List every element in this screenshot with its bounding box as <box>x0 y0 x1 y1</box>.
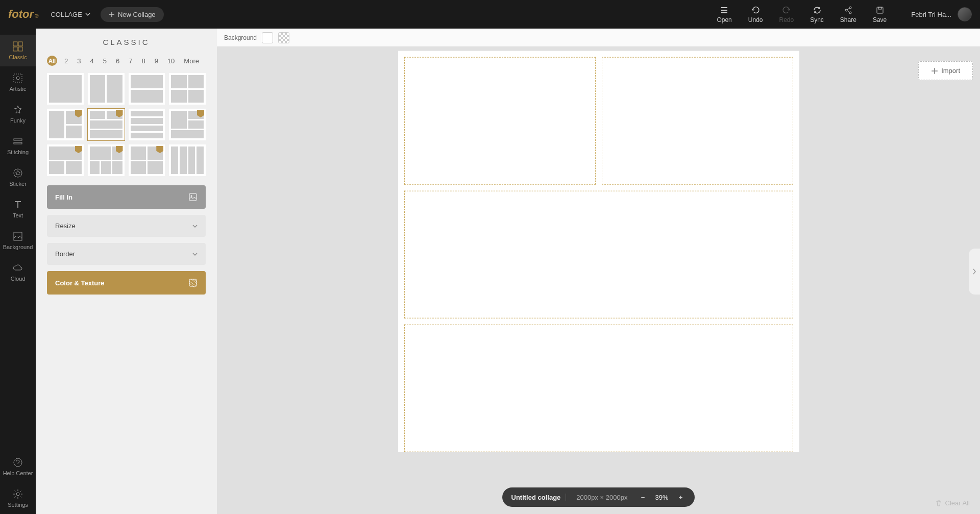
new-collage-button[interactable]: New Collage <box>101 7 164 22</box>
sync-action[interactable]: Sync <box>810 6 824 23</box>
fillin-button[interactable]: Fill In <box>47 185 206 209</box>
template-thumb[interactable] <box>88 73 125 105</box>
collage-slot[interactable] <box>404 57 596 184</box>
mode-dropdown[interactable]: COLLAGE <box>51 11 90 18</box>
template-thumb[interactable] <box>169 109 206 140</box>
chevron-down-icon <box>85 12 90 17</box>
save-icon <box>875 6 885 15</box>
filter-5[interactable]: 5 <box>101 56 109 66</box>
zoom-out-button[interactable]: − <box>638 492 648 502</box>
status-bar: Untitled collage 2000px × 2000px − 39% + <box>502 487 695 507</box>
border-button[interactable]: Border <box>47 243 206 265</box>
zoom-in-button[interactable]: + <box>675 492 685 502</box>
stitching-icon <box>12 136 23 147</box>
artistic-icon <box>12 72 23 84</box>
template-thumb[interactable] <box>169 73 206 105</box>
plus-icon <box>931 67 938 75</box>
collage-slot[interactable] <box>404 190 793 318</box>
gear-icon <box>12 488 23 500</box>
premium-badge-icon <box>156 146 163 153</box>
image-icon <box>188 192 198 202</box>
filter-4[interactable]: 4 <box>88 56 95 66</box>
svg-point-16 <box>16 493 19 496</box>
text-icon <box>12 199 23 210</box>
collage-canvas[interactable] <box>398 51 799 452</box>
premium-badge-icon <box>116 146 123 153</box>
funky-icon <box>12 104 23 115</box>
template-thumb[interactable] <box>129 109 165 140</box>
redo-icon <box>782 6 791 15</box>
premium-badge-icon <box>75 110 82 117</box>
template-thumb-selected[interactable] <box>88 109 125 140</box>
template-thumb[interactable] <box>129 73 165 105</box>
texture-icon <box>188 278 198 287</box>
filter-7[interactable]: 7 <box>127 56 134 66</box>
workspace: Background Import Untitled collage 2000p… <box>217 29 980 514</box>
help-icon <box>12 457 23 468</box>
filter-2[interactable]: 2 <box>62 56 70 66</box>
rail-funky[interactable]: Funky <box>0 98 36 130</box>
filter-10[interactable]: 10 <box>165 56 177 66</box>
svg-point-2 <box>849 12 851 14</box>
rail-cloud[interactable]: Cloud <box>0 256 36 288</box>
filter-9[interactable]: 9 <box>153 56 160 66</box>
open-action[interactable]: Open <box>717 6 731 23</box>
rail-help[interactable]: Help Center <box>0 451 36 482</box>
filter-8[interactable]: 8 <box>139 56 147 66</box>
rail-stitching[interactable]: Stitching <box>0 130 36 161</box>
rail-classic[interactable]: Classic <box>0 35 36 66</box>
cloud-icon <box>12 262 23 274</box>
template-thumb[interactable] <box>47 73 84 105</box>
filter-all[interactable]: All <box>47 56 57 66</box>
bg-transparent-swatch[interactable] <box>278 32 289 43</box>
menu-icon <box>720 6 729 15</box>
background-label: Background <box>224 34 257 41</box>
svg-rect-4 <box>878 7 881 9</box>
share-icon <box>844 6 853 15</box>
svg-point-1 <box>849 7 851 9</box>
template-thumb[interactable] <box>88 144 125 176</box>
chevron-down-icon <box>192 224 198 229</box>
rail-background[interactable]: Background <box>0 225 36 256</box>
undo-icon <box>751 6 760 15</box>
template-grid <box>47 73 206 176</box>
rail-artistic[interactable]: Artistic <box>0 66 36 98</box>
canvas-toolbar: Background <box>217 29 980 47</box>
topbar: fotor® COLLAGE New Collage Open Undo Red… <box>0 0 980 29</box>
color-texture-button[interactable]: Color & Texture <box>47 271 206 295</box>
collage-slot[interactable] <box>602 57 793 184</box>
rail-text[interactable]: Text <box>0 193 36 225</box>
undo-action[interactable]: Undo <box>748 6 763 23</box>
filter-more[interactable]: More <box>182 56 201 66</box>
clear-all-button[interactable]: Clear All <box>935 499 970 507</box>
svg-rect-7 <box>13 47 17 51</box>
panel-title: CLASSIC <box>47 29 206 53</box>
document-title[interactable]: Untitled collage <box>511 494 567 501</box>
import-button[interactable]: Import <box>918 61 973 80</box>
collage-slot[interactable] <box>404 324 793 452</box>
filter-3[interactable]: 3 <box>75 56 83 66</box>
rail-settings[interactable]: Settings <box>0 482 36 514</box>
redo-action[interactable]: Redo <box>779 6 794 23</box>
resize-button[interactable]: Resize <box>47 215 206 237</box>
rail-sticker[interactable]: Sticker <box>0 161 36 193</box>
premium-badge-icon <box>197 110 204 117</box>
zoom-level: 39% <box>655 494 668 501</box>
sticker-icon <box>12 167 23 179</box>
user-area[interactable]: Febri Tri Ha... <box>911 7 972 21</box>
template-thumb[interactable] <box>169 144 206 176</box>
right-panel-toggle[interactable] <box>969 249 980 295</box>
premium-badge-icon <box>75 146 82 153</box>
svg-rect-5 <box>13 42 17 46</box>
svg-point-10 <box>16 77 19 80</box>
save-action[interactable]: Save <box>873 6 887 23</box>
avatar[interactable] <box>958 7 972 21</box>
share-action[interactable]: Share <box>840 6 856 23</box>
bg-color-swatch[interactable] <box>262 32 273 43</box>
filter-6[interactable]: 6 <box>114 56 121 66</box>
svg-rect-9 <box>14 74 22 82</box>
template-thumb[interactable] <box>129 144 165 176</box>
template-thumb[interactable] <box>47 144 84 176</box>
template-thumb[interactable] <box>47 109 84 140</box>
brand-logo: fotor® <box>8 8 38 21</box>
